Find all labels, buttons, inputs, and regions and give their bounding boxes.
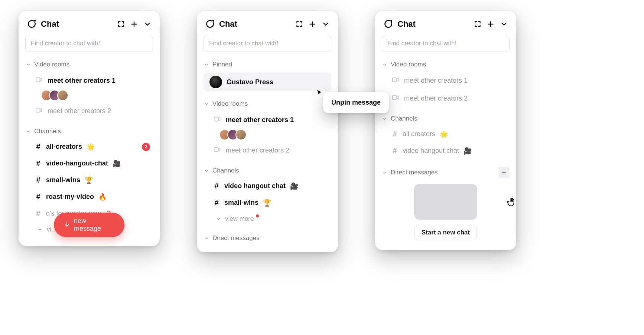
- chevron-down-icon: [382, 170, 388, 175]
- video-icon: [35, 76, 43, 85]
- hash-icon: #: [213, 182, 220, 190]
- chat-icon: [383, 19, 393, 29]
- participant-avatars: [41, 90, 153, 101]
- plus-icon[interactable]: [308, 20, 316, 28]
- section-header-pinned[interactable]: Pinned: [204, 60, 331, 69]
- chevron-down-icon: [382, 62, 388, 68]
- add-dm-button[interactable]: [498, 167, 510, 178]
- room-label: meet other creators 1: [226, 116, 294, 124]
- video-icon: [35, 106, 43, 116]
- chat-title: Chat: [41, 19, 59, 29]
- new-message-label: new message: [74, 217, 115, 233]
- chevron-down-icon: [25, 128, 31, 134]
- hash-icon: #: [35, 176, 42, 184]
- hash-icon: #: [391, 147, 398, 155]
- expand-icon[interactable]: [474, 20, 481, 28]
- chevron-down-icon[interactable]: [143, 20, 152, 28]
- video-room-item[interactable]: meet other creators 1: [204, 112, 331, 128]
- section-direct-messages: Direct messages Start a new chat: [382, 166, 510, 240]
- section-header-channels[interactable]: Channels: [25, 127, 153, 136]
- section-pinned: Pinned Gustavo Press: [204, 60, 331, 91]
- expand-icon[interactable]: [117, 20, 125, 28]
- expand-icon[interactable]: [296, 20, 303, 28]
- emoji-icon: 🏆: [263, 199, 271, 207]
- section-label: Pinned: [212, 61, 232, 68]
- section-header-channels[interactable]: Channels: [204, 166, 331, 175]
- channel-label: all creators: [403, 130, 435, 138]
- cursor-icon: [316, 89, 323, 98]
- section-header-video-rooms[interactable]: Video rooms: [204, 99, 331, 108]
- video-room-item[interactable]: meet other creators 2: [382, 91, 510, 106]
- chevron-down-icon: [215, 216, 221, 222]
- chat-icon: [205, 19, 215, 29]
- search-input[interactable]: [25, 35, 153, 52]
- participant-avatars: [219, 129, 331, 140]
- chat-icon: [27, 19, 36, 29]
- chevron-down-icon: [204, 168, 209, 174]
- section-label: Video rooms: [212, 100, 248, 108]
- chevron-down-icon: [204, 62, 209, 68]
- chat-panel-state-2: Chat Pinned Gustavo Press Video rooms: [197, 11, 338, 252]
- section-channels: Channels # all creators 🌟 # video hangou…: [382, 114, 510, 158]
- chevron-down-icon: [204, 101, 209, 107]
- chevron-down-icon[interactable]: [500, 20, 508, 28]
- channel-item-video-hangout[interactable]: # video hangout chat 🎥: [382, 144, 510, 158]
- search-input[interactable]: [382, 35, 510, 52]
- section-label: Video rooms: [391, 61, 426, 68]
- emoji-icon: 🎥: [290, 182, 298, 190]
- section-header-channels[interactable]: Channels: [382, 114, 510, 123]
- search-input[interactable]: [204, 35, 331, 52]
- section-channels: Channels # video hangout chat 🎥 # small-…: [204, 166, 331, 226]
- section-header-direct-messages[interactable]: Direct messages: [382, 166, 510, 179]
- hash-icon: #: [35, 159, 42, 168]
- room-label: meet other creators 1: [404, 77, 468, 85]
- start-new-chat-button[interactable]: Start a new chat: [414, 225, 477, 240]
- room-label: meet other creators 2: [226, 147, 289, 154]
- chevron-down-icon: [25, 62, 31, 68]
- avatar: [235, 129, 247, 140]
- emoji-icon: 🎥: [464, 147, 472, 155]
- emoji-icon: 🎥: [113, 160, 121, 168]
- hash-icon: #: [35, 142, 42, 151]
- section-header-video-rooms[interactable]: Video rooms: [382, 60, 510, 69]
- section-video-rooms: Video rooms meet other creators 1 meet o…: [204, 99, 331, 158]
- channel-item-all-creators[interactable]: # all creators 🌟: [382, 127, 510, 141]
- new-message-button[interactable]: new message: [54, 213, 124, 237]
- channel-item-small-wins[interactable]: # small-wins 🏆: [204, 196, 331, 210]
- plus-icon[interactable]: [487, 20, 495, 28]
- avatar: [57, 90, 68, 101]
- video-icon: [391, 93, 400, 103]
- view-more-link[interactable]: view more: [204, 212, 331, 226]
- channel-item-all-creators[interactable]: # all-creators 🌟 2: [25, 139, 153, 154]
- section-video-rooms: Video rooms meet other creators 1 meet o…: [382, 60, 510, 106]
- section-header-video-rooms[interactable]: Video rooms: [25, 60, 153, 69]
- chevron-down-icon[interactable]: [322, 20, 330, 28]
- context-menu-unpin[interactable]: Unpin message: [323, 92, 389, 113]
- chat-panel-state-1: Chat Video rooms meet other creators 1: [19, 11, 160, 246]
- channel-label: video hangout chat: [403, 147, 459, 155]
- view-more-label: view more: [225, 215, 254, 223]
- hand-cursor-icon: [507, 197, 516, 208]
- emoji-icon: 🌟: [87, 143, 95, 151]
- plus-icon[interactable]: [130, 20, 138, 28]
- video-icon: [213, 115, 221, 125]
- unread-badge: 2: [142, 143, 150, 151]
- arrow-down-icon: [64, 221, 70, 229]
- video-room-item[interactable]: meet other creators 1: [25, 73, 153, 88]
- channel-item-video-hangout[interactable]: # video-hangout-chat 🎥: [25, 156, 153, 171]
- panel-header: Chat: [204, 19, 331, 29]
- pinned-item-gustavo[interactable]: Gustavo Press: [204, 73, 331, 91]
- section-header-direct-messages[interactable]: Direct messages: [204, 234, 331, 243]
- room-label: meet other creators 1: [48, 77, 116, 85]
- channel-item-small-wins[interactable]: # small-wins 🏆: [25, 173, 153, 187]
- channel-item-video-hangout[interactable]: # video hangout chat 🎥: [204, 179, 331, 193]
- chat-title: Chat: [219, 19, 237, 29]
- section-direct-messages: Direct messages: [204, 234, 331, 243]
- channel-item-roast-video[interactable]: # roast-my-video 🔥: [25, 190, 153, 204]
- chevron-down-icon: [382, 116, 388, 122]
- video-room-item[interactable]: meet other creators 1: [382, 73, 510, 88]
- channel-label: roast-my-video: [46, 193, 94, 201]
- video-room-item[interactable]: meet other creators 2: [204, 142, 331, 158]
- emoji-icon: 🌟: [440, 130, 448, 138]
- video-room-item[interactable]: meet other creators 2: [25, 103, 153, 119]
